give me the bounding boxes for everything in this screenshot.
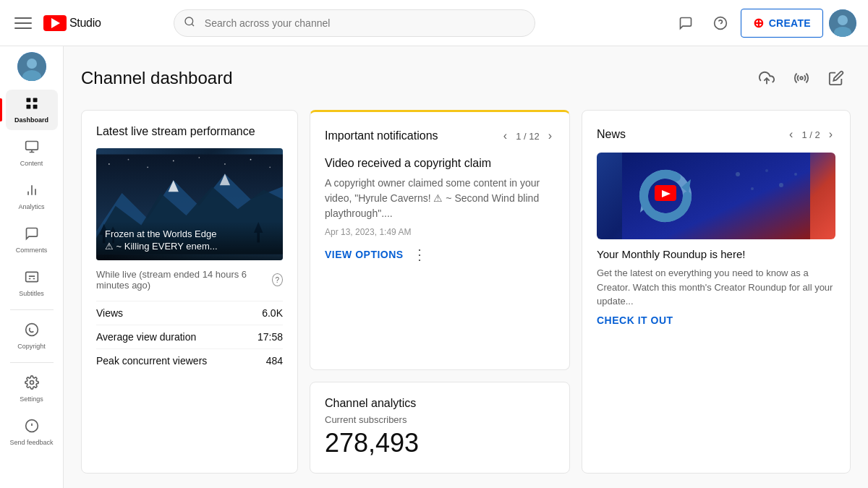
thumbnail-title: Frozen at the Worlds Edge ⚠ ~ Killing EV… xyxy=(105,228,274,253)
sidebar: Dashboard Content Analytics Comments Sub… xyxy=(0,46,64,488)
sidebar-item-copyright[interactable]: Copyright xyxy=(6,316,58,356)
svg-rect-10 xyxy=(26,98,30,102)
svg-rect-14 xyxy=(25,141,38,150)
create-plus-icon: ⊕ xyxy=(753,15,764,31)
dashboard-icon xyxy=(25,96,39,114)
peak-label: Peak concurrent viewers xyxy=(96,355,207,367)
sidebar-item-content[interactable]: Content xyxy=(6,133,58,174)
notif-title: Important notifications xyxy=(325,129,438,142)
search-icon xyxy=(184,16,195,30)
sidebar-channel-avatar[interactable] xyxy=(17,52,46,81)
help-icon[interactable]: ? xyxy=(272,273,283,286)
thumbnail-overlay: Frozen at the Worlds Edge ⚠ ~ Killing EV… xyxy=(96,221,283,260)
svg-point-54 xyxy=(794,173,797,176)
news-article-title: Your Monthly Roundup is here! xyxy=(597,248,835,260)
sidebar-item-analytics[interactable]: Analytics xyxy=(6,176,58,217)
thumbnail-title-line2: ⚠ ~ Killing EVERY enem... xyxy=(105,241,274,253)
svg-point-19 xyxy=(25,323,38,335)
stats-row-peak: Peak concurrent viewers 484 xyxy=(96,348,283,372)
svg-point-27 xyxy=(109,163,110,165)
page-header: Channel dashboard xyxy=(81,64,851,93)
notif-navigation: ‹ 1 / 12 › xyxy=(501,127,555,145)
duration-value: 17:58 xyxy=(258,331,283,343)
sidebar-item-subtitles[interactable]: Subtitles xyxy=(6,263,58,304)
svg-rect-11 xyxy=(33,98,37,102)
sidebar-item-feedback[interactable]: Send feedback xyxy=(6,412,58,453)
svg-point-28 xyxy=(128,159,129,160)
stats-row-views: Views 6.0K xyxy=(96,301,283,325)
notif-header: Important notifications ‹ 1 / 12 › xyxy=(325,127,555,145)
svg-point-32 xyxy=(224,163,226,165)
news-next-button[interactable]: › xyxy=(826,125,835,144)
notifications-card: Important notifications ‹ 1 / 12 › Video… xyxy=(310,110,570,370)
live-button[interactable] xyxy=(787,64,816,93)
views-value: 6.0K xyxy=(262,307,283,319)
top-navigation: Studio ⊕ CREATE xyxy=(0,0,868,46)
svg-rect-12 xyxy=(26,104,30,108)
analytics-icon xyxy=(25,183,39,201)
sidebar-item-dashboard[interactable]: Dashboard xyxy=(6,90,58,130)
sidebar-item-label-subtitles: Subtitles xyxy=(19,290,44,298)
comments-icon xyxy=(25,226,39,244)
youtube-icon xyxy=(43,15,67,31)
svg-point-50 xyxy=(736,172,740,176)
upload-button[interactable] xyxy=(752,64,781,93)
create-button[interactable]: ⊕ CREATE xyxy=(741,9,823,38)
notif-desc: A copyright owner claimed some content i… xyxy=(325,176,555,221)
more-options-button[interactable]: ⋮ xyxy=(412,246,427,263)
views-label: Views xyxy=(96,307,123,319)
svg-point-30 xyxy=(173,160,174,162)
news-thumbnail xyxy=(597,153,835,239)
stream-thumbnail[interactable]: Frozen at the Worlds Edge ⚠ ~ Killing EV… xyxy=(96,148,283,260)
nav-left: Studio xyxy=(12,12,101,35)
news-article-desc: Get the latest on everything you need to… xyxy=(597,266,835,309)
settings-icon xyxy=(25,375,39,393)
menu-button[interactable] xyxy=(12,12,35,35)
copyright-icon xyxy=(25,322,39,341)
search-bar xyxy=(174,9,535,37)
check-it-out-button[interactable]: CHECK IT OUT xyxy=(597,314,673,326)
notif-date: Apr 13, 2023, 1:49 AM xyxy=(325,227,555,237)
search-input[interactable] xyxy=(174,9,535,37)
svg-point-51 xyxy=(751,187,754,190)
user-avatar[interactable] xyxy=(829,9,856,37)
channel-analytics-card: Channel analytics Current subscribers 27… xyxy=(310,382,570,474)
svg-point-33 xyxy=(250,159,252,160)
stats-row-duration: Average view duration 17:58 xyxy=(96,325,283,348)
help-icon-button[interactable] xyxy=(706,9,735,38)
news-title: News xyxy=(597,128,626,141)
feedback-icon xyxy=(25,419,39,437)
sidebar-item-label-comments: Comments xyxy=(16,247,48,254)
svg-rect-45 xyxy=(622,153,810,239)
play-triangle xyxy=(51,18,60,28)
notif-next-button[interactable]: › xyxy=(545,127,555,145)
feedback-icon-button[interactable] xyxy=(671,9,700,38)
svg-point-52 xyxy=(765,169,768,172)
svg-point-34 xyxy=(269,166,271,168)
stream-status: While live (stream ended 14 hours 6 minu… xyxy=(96,269,283,291)
view-options-button[interactable]: VIEW OPTIONS xyxy=(325,249,404,260)
youtube-studio-logo[interactable]: Studio xyxy=(43,15,101,31)
sidebar-item-label-analytics: Analytics xyxy=(18,203,44,211)
sidebar-item-label-content: Content xyxy=(20,160,43,168)
notif-main-title: Video received a copyright claim xyxy=(325,157,555,170)
sidebar-item-comments[interactable]: Comments xyxy=(6,220,58,260)
main-content: Channel dashboard Latest live stream per… xyxy=(64,46,868,488)
notif-prev-button[interactable]: ‹ xyxy=(501,127,510,145)
sidebar-item-settings[interactable]: Settings xyxy=(6,369,58,409)
live-stream-title: Latest live stream performance xyxy=(96,125,283,138)
middle-stack: Important notifications ‹ 1 / 12 › Video… xyxy=(310,110,570,474)
news-prev-button[interactable]: ‹ xyxy=(786,125,796,144)
notif-content: Video received a copyright claim A copyr… xyxy=(325,157,555,263)
peak-value: 484 xyxy=(266,355,283,367)
svg-point-20 xyxy=(30,380,33,384)
edit-button[interactable] xyxy=(822,64,851,93)
content-icon xyxy=(25,140,39,158)
sidebar-divider-2 xyxy=(10,362,54,363)
thumbnail-title-line1: Frozen at the Worlds Edge xyxy=(105,228,274,241)
subtitles-icon xyxy=(25,270,39,288)
stream-status-text: While live (stream ended 14 hours 6 minu… xyxy=(96,269,268,291)
svg-point-53 xyxy=(779,183,783,187)
duration-label: Average view duration xyxy=(96,331,196,343)
svg-point-8 xyxy=(27,59,37,69)
